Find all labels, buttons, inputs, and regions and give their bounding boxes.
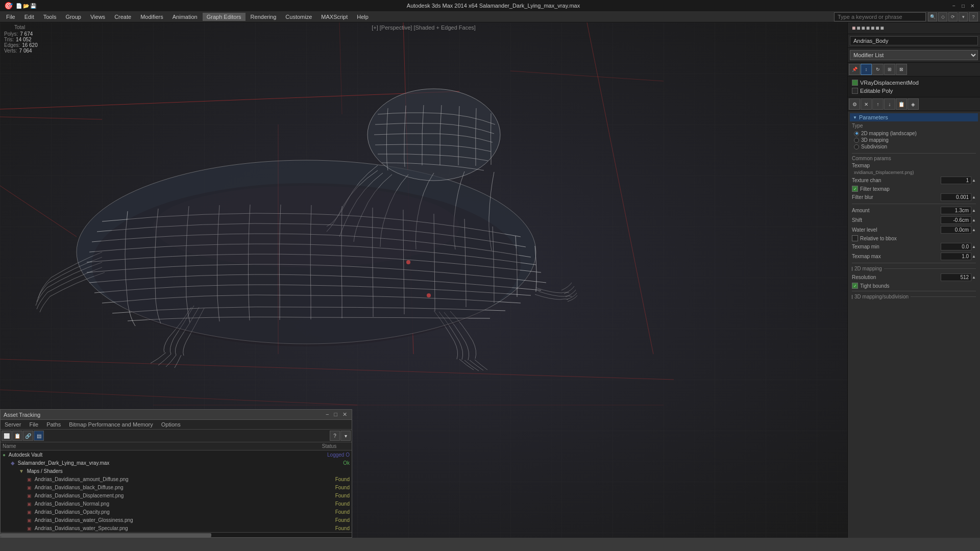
filter-texmap-row[interactable]: ✓ Filter texmap <box>850 185 978 192</box>
mod-icon-scale[interactable]: ⊞ <box>884 64 895 75</box>
asset-tracking-toolbar: ⬜ 📋 🔗 ▤ ? ▾ <box>1 430 352 442</box>
asset-tracking-close-button[interactable]: ✕ <box>341 411 349 418</box>
asset-tool-expand[interactable]: ▾ <box>340 431 351 441</box>
relative-bbox-row[interactable]: Relative to bbox <box>850 235 978 242</box>
texture-chan-spinner-up[interactable]: ▲ <box>972 178 976 183</box>
texture-chan-input[interactable] <box>941 177 971 184</box>
menu-views[interactable]: Views <box>86 13 109 21</box>
close-button[interactable]: ✕ <box>969 2 976 9</box>
mod-tool-up[interactable]: ↑ <box>872 98 884 110</box>
menu-help[interactable]: Help <box>353 13 373 21</box>
shift-input[interactable] <box>941 216 971 224</box>
asset-item-normal[interactable]: ▣ Andrias_Davidianus_Normal.png Found <box>1 499 352 508</box>
tight-bounds-checkbox[interactable]: ✓ <box>852 283 858 289</box>
mod-icon-pin[interactable]: 📌 <box>849 64 860 75</box>
menu-create[interactable]: Create <box>110 13 135 21</box>
mod-tool-down[interactable]: ↓ <box>884 98 895 110</box>
asset-tool-1[interactable]: ⬜ <box>2 431 12 441</box>
shift-spinner-up[interactable]: ▲ <box>972 218 976 222</box>
menu-maxscript[interactable]: MAXScript <box>317 13 352 21</box>
resolution-input[interactable] <box>941 273 971 281</box>
mod-tool-paste[interactable]: 📋 <box>896 98 907 110</box>
mod-tool-delete[interactable]: ✕ <box>861 98 872 110</box>
water-level-input[interactable] <box>941 226 971 234</box>
mod-tool-config[interactable]: ⚙ <box>849 98 860 110</box>
texmap-min-input[interactable] <box>941 243 971 251</box>
mod-icon-move[interactable]: ↕ <box>861 64 872 75</box>
asset-item-water-spec[interactable]: ▣ Andrias_Davidianus_water_Specular.png … <box>1 524 352 532</box>
filter-blur-input[interactable] <box>941 193 971 201</box>
asset-item-main-file[interactable]: ◆ Salamander_Dark_Lying_max_vray.max Ok <box>1 459 352 467</box>
relative-bbox-checkbox[interactable] <box>852 235 858 241</box>
asset-tracking-minimize-button[interactable]: − <box>324 411 330 418</box>
mod-tool-instance[interactable]: ◈ <box>908 98 919 110</box>
amount-spinner-up[interactable]: ▲ <box>972 208 976 213</box>
mod-icon-rotate[interactable]: ↻ <box>872 64 884 75</box>
texmap-min-spinner-up[interactable]: ▲ <box>972 244 976 249</box>
filter-blur-spinner-up[interactable]: ▲ <box>972 195 976 199</box>
asset-item-opacity[interactable]: ▣ Andrias_Davidianus_Opacity.png Found <box>1 508 352 516</box>
amount-input[interactable] <box>941 207 971 214</box>
asset-item-water-gloss[interactable]: ▣ Andrias_Davidianus_water_Glossiness.pn… <box>1 516 352 524</box>
search-help[interactable]: ? <box>969 12 978 21</box>
asset-menu-file[interactable]: File <box>27 421 40 428</box>
asset-tool-3[interactable]: 🔗 <box>23 431 33 441</box>
texmap-max-spinner-up[interactable]: ▲ <box>972 254 976 259</box>
asset-item-vault[interactable]: ● Autodesk Vault Logged O <box>1 450 352 459</box>
modifier-list-dropdown[interactable]: Modifier List <box>850 50 978 60</box>
asset-tracking-header[interactable]: Asset Tracking − □ ✕ <box>1 410 352 420</box>
asset-item-black-diffuse[interactable]: ▣ Andrias_Davidianus_black_Diffuse.png F… <box>1 483 352 491</box>
radio-2d-mapping[interactable]: 2D mapping (landscape) <box>854 130 974 137</box>
search-input[interactable] <box>834 12 926 21</box>
object-name-field[interactable]: Andrias_Body <box>850 36 978 45</box>
asset-tool-2[interactable]: 📋 <box>12 431 22 441</box>
search-option-2[interactable]: ⟳ <box>948 12 958 21</box>
asset-scrollbar[interactable] <box>1 532 352 537</box>
mod-icon-link[interactable]: ⊠ <box>896 64 907 75</box>
asset-item-maps-shaders[interactable]: ▼ Maps / Shaders <box>1 467 352 475</box>
modifier-checkbox-editable-poly[interactable] <box>852 88 858 94</box>
search-button[interactable]: 🔍 <box>928 12 937 21</box>
asset-menu-options[interactable]: Options <box>159 421 183 428</box>
resolution-spinner-up[interactable]: ▲ <box>972 275 976 280</box>
tight-bounds-row[interactable]: ✓ Tight bounds <box>850 282 978 289</box>
menu-graph-editors[interactable]: Graph Editors <box>203 13 246 21</box>
texmap-max-input[interactable] <box>941 253 971 260</box>
asset-scrollbar-thumb[interactable] <box>1 533 211 537</box>
radio-subdivision[interactable]: Subdivision <box>854 143 974 150</box>
asset-tracking-restore-button[interactable]: □ <box>332 411 339 418</box>
asset-tool-help[interactable]: ? <box>330 431 340 441</box>
menu-animation[interactable]: Animation <box>168 13 202 21</box>
menu-modifiers[interactable]: Modifiers <box>136 13 167 21</box>
modifier-item-vray[interactable]: VRayDisplacementMod <box>850 79 978 87</box>
radio-3d-mapping[interactable]: 3D mapping <box>854 137 974 143</box>
asset-menu-server[interactable]: Server <box>3 421 23 428</box>
params-header[interactable]: ▼ Parameters <box>850 113 978 121</box>
common-params-label: Common params <box>850 155 978 162</box>
modifier-item-editable-poly[interactable]: Editable Poly <box>850 87 978 95</box>
menu-edit[interactable]: Edit <box>20 13 38 21</box>
menu-tools[interactable]: Tools <box>39 13 61 21</box>
filter-texmap-checkbox[interactable]: ✓ <box>852 186 858 192</box>
texmap-row: Texmap <box>850 162 978 169</box>
modifier-stack: VRayDisplacementMod Editable Poly <box>848 77 980 97</box>
amount-row: Amount ▲ <box>850 206 978 215</box>
asset-item-displacement[interactable]: ▣ Andrias_Davidianus_Displacement.png Fo… <box>1 491 352 499</box>
restore-button[interactable]: □ <box>960 2 967 9</box>
minimize-button[interactable]: − <box>950 2 958 9</box>
water-level-spinner-up[interactable]: ▲ <box>972 228 976 232</box>
asset-item-amount-diffuse[interactable]: ▣ Andrias_Davidianus_amount_Diffuse.png … <box>1 475 352 483</box>
asset-tool-4[interactable]: ▤ <box>34 431 44 441</box>
tris-label: Tris: <box>4 37 14 42</box>
search-option-3[interactable]: ▾ <box>959 12 968 21</box>
tris-value: 14 052 <box>16 37 32 42</box>
asset-menu-paths[interactable]: Paths <box>44 421 63 428</box>
menu-group[interactable]: Group <box>61 13 85 21</box>
search-option-1[interactable]: ◇ <box>938 12 947 21</box>
modifier-checkbox-vray[interactable] <box>852 80 858 86</box>
asset-menu-bitmap-perf[interactable]: Bitmap Performance and Memory <box>67 421 155 428</box>
menu-file[interactable]: File <box>2 13 19 21</box>
menu-customize[interactable]: Customize <box>281 13 316 21</box>
viewport[interactable]: Total Polys: 7 674 Tris: 14 052 Edges: 1… <box>0 22 847 538</box>
menu-rendering[interactable]: Rendering <box>247 13 281 21</box>
